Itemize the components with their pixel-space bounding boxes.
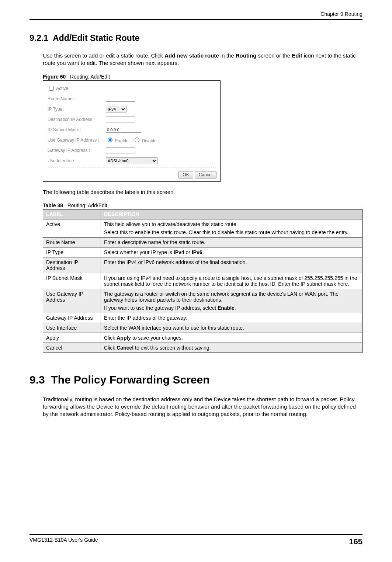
figure-label: Figure 60 (43, 74, 66, 80)
table-row: Use Gateway IP AddressThe gateway is a r… (43, 289, 362, 313)
row-desc: Click Apply to save your changes. (101, 333, 362, 343)
section-93-body: Traditionally, routing is based on the d… (43, 396, 362, 418)
table-row: CancelClick Cancel to exit this screen w… (43, 343, 362, 353)
desc-paragraph: This field allows you to activate/deacti… (104, 221, 359, 227)
disable-radio[interactable] (135, 138, 139, 142)
route-name-input[interactable] (106, 96, 135, 102)
figure-caption: Figure 60 Routing: Add/Edit (43, 74, 362, 80)
intro-bold-add: Add new static route (164, 52, 219, 59)
use-gw-label: Use Gateway IP Address : (48, 138, 106, 143)
section-title-text: Add/Edit Static Route (53, 33, 139, 43)
intro-text: screen or the (256, 52, 292, 59)
row-desc: The gateway is a router or switch on the… (101, 289, 362, 313)
cancel-button[interactable]: Cancel (195, 171, 216, 178)
use-if-label: Use Interface : (48, 158, 106, 163)
desc-paragraph: Select this to enable the static route. … (104, 229, 359, 235)
enable-radio-label[interactable]: Enable (106, 138, 129, 143)
table-row: IP Subnet MaskIf you are using IPv4 and … (43, 273, 362, 289)
row-desc: Select whether your IP type is IPv4 or I… (101, 247, 362, 257)
section-921-heading: 9.2.1 Add/Edit Static Route (30, 33, 362, 43)
row-label: Gateway IP Address (43, 313, 101, 323)
page-footer: VMG1312-B10A User's Guide 165 (30, 534, 362, 547)
section-number: 9.2.1 (30, 33, 48, 43)
footer-rule (30, 534, 362, 535)
row-desc: Enter the IP address of the gateway. (101, 313, 362, 323)
row-desc: Enter a descriptive name for the static … (101, 237, 362, 247)
desc-paragraph: Enter the IPv4 or IPv6 network address o… (104, 259, 359, 265)
dest-ip-input[interactable] (106, 117, 135, 122)
disable-radio-label[interactable]: Disable (133, 138, 156, 143)
routing-add-edit-dialog: Active Route Name : IP Type: IPv4 Destin… (43, 80, 221, 182)
col-desc-header: DESCRIPTION (101, 209, 362, 219)
row-desc: If you are using IPv4 and need to specif… (101, 273, 362, 289)
use-if-select[interactable]: ADSL/atm0 (106, 157, 157, 164)
row-label: Use Gateway IP Address (43, 289, 101, 313)
col-label-header: LABEL (43, 209, 101, 219)
gw-ip-input[interactable] (106, 148, 135, 153)
dialog-divider (48, 167, 216, 167)
row-label: Active (43, 219, 101, 237)
intro-bold-edit: Edit (292, 52, 302, 59)
desc-paragraph: Select the WAN interface you want to use… (104, 325, 359, 331)
figure-caption-text: Routing: Add/Edit (70, 74, 110, 80)
subnet-input[interactable] (106, 127, 141, 133)
desc-paragraph: The gateway is a router or switch on the… (104, 291, 359, 303)
active-label: Active (56, 86, 68, 91)
desc-paragraph: If you are using IPv4 and need to specif… (104, 275, 359, 287)
disable-text: Disable (142, 138, 156, 143)
table-intro: The following table describes the labels… (43, 188, 362, 196)
enable-radio[interactable] (108, 138, 112, 142)
section-93-heading: 9.3 The Policy Forwarding Screen (30, 374, 362, 386)
subnet-label: IP Subnet Mask : (48, 127, 106, 132)
table-caption-text: Routing: Add/Edit (67, 202, 107, 208)
table-row: Destination IP AddressEnter the IPv4 or … (43, 257, 362, 273)
table-row: ActiveThis field allows you to activate/… (43, 219, 362, 237)
ip-type-select[interactable]: IPv4 (106, 106, 126, 112)
table-row: IP TypeSelect whether your IP type is IP… (43, 247, 362, 257)
table-caption: Table 38 Routing: Add/Edit (43, 202, 362, 208)
active-checkbox[interactable] (49, 86, 54, 91)
intro-text: Use this screen to add or edit a static … (43, 52, 164, 59)
row-label: Destination IP Address (43, 257, 101, 273)
section-93-number: 9.3 (30, 374, 45, 386)
ok-button[interactable]: OK (178, 171, 193, 178)
desc-paragraph: Select whether your IP type is IPv4 or I… (104, 249, 359, 255)
section-93-title: The Policy Forwarding Screen (51, 374, 209, 386)
row-label: IP Type (43, 247, 101, 257)
enable-text: Enable (115, 138, 128, 143)
row-label: Apply (43, 333, 101, 343)
row-label: IP Subnet Mask (43, 273, 101, 289)
desc-paragraph: Enter a descriptive name for the static … (104, 239, 359, 245)
table-label: Table 38 (43, 202, 63, 208)
table-row: ApplyClick Apply to save your changes. (43, 333, 362, 343)
table-row: Route NameEnter a descriptive name for t… (43, 237, 362, 247)
footer-page-number: 165 (349, 537, 362, 547)
section-921-intro: Use this screen to add or edit a static … (43, 52, 362, 67)
header-rule (30, 19, 362, 20)
route-name-label: Route Name : (48, 96, 106, 101)
table-row: Use InterfaceSelect the WAN interface yo… (43, 323, 362, 333)
desc-paragraph: Click Apply to save your changes. (104, 335, 359, 341)
footer-guide: VMG1312-B10A User's Guide (30, 537, 98, 547)
row-desc: Enter the IPv4 or IPv6 network address o… (101, 257, 362, 273)
intro-text: in the (219, 52, 236, 59)
desc-paragraph: If you want to use the gateway IP addres… (104, 305, 359, 311)
row-label: Route Name (43, 237, 101, 247)
row-label: Use Interface (43, 323, 101, 333)
description-table: LABEL DESCRIPTION ActiveThis field allow… (43, 209, 362, 353)
desc-paragraph: Enter the IP address of the gateway. (104, 315, 359, 321)
intro-bold-routing: Routing (236, 52, 257, 59)
row-desc: Click Cancel to exit this screen without… (101, 343, 362, 353)
ip-type-label: IP Type: (48, 107, 106, 112)
row-desc: Select the WAN interface you want to use… (101, 323, 362, 333)
gw-ip-label: Gateway IP Address : (48, 148, 106, 153)
desc-paragraph: Click Cancel to exit this screen without… (104, 345, 359, 351)
row-label: Cancel (43, 343, 101, 353)
row-desc: This field allows you to activate/deacti… (101, 219, 362, 237)
dest-ip-label: Destination IP Address : (48, 117, 106, 122)
running-head: Chapter 9 Routing (30, 11, 362, 17)
table-row: Gateway IP AddressEnter the IP address o… (43, 313, 362, 323)
